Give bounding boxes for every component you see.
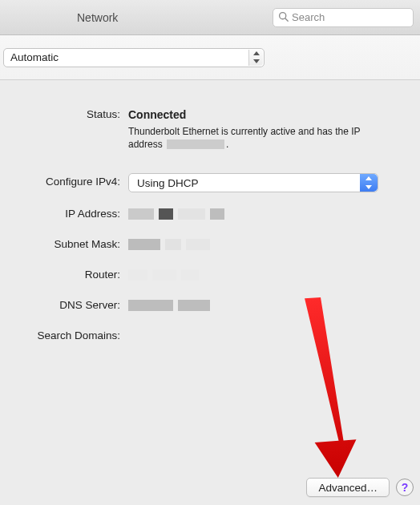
network-details: Status: Connected Thunderbolt Ethernet i…: [0, 80, 420, 345]
updown-icon: [360, 174, 378, 192]
help-icon: ?: [402, 481, 409, 494]
subnet-mask-label: Subnet Mask:: [0, 236, 128, 253]
advanced-button[interactable]: Advanced…: [306, 478, 390, 497]
location-select[interactable]: Automatic: [3, 48, 265, 67]
status-value: Connected: [128, 106, 186, 123]
window-title: Network: [0, 11, 118, 24]
configure-ipv4-select[interactable]: Using DHCP: [128, 173, 378, 192]
advanced-button-label: Advanced…: [318, 482, 378, 494]
titlebar: Network: [0, 0, 420, 35]
location-value: Automatic: [10, 51, 59, 63]
configure-ipv4-label: Configure IPv4:: [0, 173, 128, 191]
search-input[interactable]: [292, 11, 408, 23]
router-value: [128, 266, 199, 284]
router-label: Router:: [0, 266, 128, 284]
footer: Advanced… ?: [306, 478, 414, 497]
subnet-mask-value: [128, 236, 210, 253]
search-domains-label: Search Domains:: [0, 327, 128, 345]
search-field[interactable]: [273, 8, 414, 27]
ip-address-value: [128, 205, 224, 223]
ip-address-label: IP Address:: [0, 205, 128, 223]
search-icon: [278, 10, 289, 25]
stepper-icon: [248, 50, 263, 66]
status-label: Status:: [0, 106, 128, 123]
configure-ipv4-value: Using DHCP: [137, 177, 199, 189]
dns-server-label: DNS Server:: [0, 297, 128, 314]
svg-line-1: [285, 18, 288, 20]
location-bar: Automatic: [0, 35, 420, 80]
status-detail: Thunderbolt Ethernet is currently active…: [128, 125, 369, 151]
redacted-ip: [167, 139, 224, 149]
help-button[interactable]: ?: [396, 479, 414, 496]
dns-server-value: [128, 297, 210, 314]
